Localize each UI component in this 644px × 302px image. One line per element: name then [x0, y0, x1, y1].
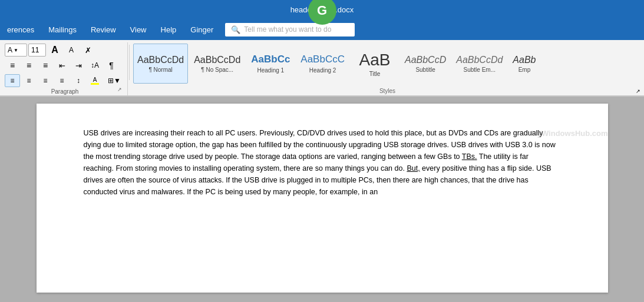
style-no-space-name: ¶ No Spac... [201, 67, 233, 73]
paragraph-expand-btn[interactable]: ↗ [115, 87, 124, 95]
search-box[interactable]: 🔍 Tell me what you want to do [225, 23, 355, 36]
align-center-btn[interactable]: ≡ [21, 74, 37, 87]
style-subtle-em[interactable]: AaBbCcDd Subtle Em... [452, 44, 507, 84]
clear-format-btn[interactable]: ✗ [80, 44, 95, 57]
grow-font-btn[interactable]: A [47, 44, 62, 57]
shrink-font-btn[interactable]: A [64, 44, 79, 57]
multilevel-btn[interactable]: ≡ [38, 59, 53, 72]
document-page: USB drives are increasing their reach to… [37, 104, 608, 293]
font-size-value: A [8, 46, 12, 54]
style-heading1-sample: AaBbCc [251, 54, 290, 65]
shading-btn[interactable]: A [87, 74, 103, 87]
menu-item-review[interactable]: Review [84, 22, 123, 38]
styles-row: AaBbCcDd ¶ Normal AaBbCcDd ¶ No Spac... … [133, 44, 642, 88]
style-normal-name: ¶ Normal [148, 67, 172, 73]
menu-item-mailings[interactable]: Mailings [41, 22, 84, 38]
font-size-dropdown[interactable]: A ▼ [5, 44, 27, 57]
style-title-sample: AaB [359, 50, 390, 70]
style-title[interactable]: AaB Title [351, 44, 399, 84]
font-section: A ▼ 11 A A ✗ ≡ ≡ ≡ ⇤ ⇥ ↕A ¶ [2, 42, 128, 95]
style-subtle-em-sample: AaBbCcDd [456, 54, 503, 65]
style-subtitle-name: Subtitle [415, 67, 435, 73]
styles-expand-btn[interactable]: ↗ [636, 88, 640, 94]
style-normal-sample: AaBbCcDd [137, 54, 184, 65]
font-size-row: A ▼ 11 A A ✗ [5, 44, 125, 57]
styles-section: AaBbCcDd ¶ Normal AaBbCcDd ¶ No Spac... … [131, 42, 644, 95]
search-placeholder: Tell me what you want to do [244, 25, 331, 34]
bullets-btn[interactable]: ≡ [5, 59, 20, 72]
menu-item-help[interactable]: Help [154, 22, 184, 38]
style-no-space[interactable]: AaBbCcDd ¶ No Spac... [190, 44, 245, 84]
align-right-btn[interactable]: ≡ [38, 74, 53, 87]
style-emp-sample: AaBb [513, 54, 536, 65]
style-heading2-name: Heading 2 [309, 67, 336, 74]
style-no-space-sample: AaBbCcDd [194, 54, 240, 65]
but-underline: But, [407, 164, 420, 172]
decrease-indent-btn[interactable]: ⇤ [54, 59, 70, 72]
text-format-row: ≡ ≡ ≡ ⇤ ⇥ ↕A ¶ [5, 59, 125, 72]
style-normal[interactable]: AaBbCcDd ¶ Normal [133, 44, 188, 84]
font-section-content: A ▼ 11 A A ✗ ≡ ≡ ≡ ⇤ ⇥ ↕A ¶ [5, 44, 125, 88]
style-subtitle[interactable]: AaBbCcD Subtitle [401, 44, 450, 84]
align-left-btn[interactable]: ≡ [5, 74, 20, 87]
style-heading1-name: Heading 1 [257, 67, 285, 74]
justify-btn[interactable]: ≡ [54, 74, 70, 87]
align-row: ≡ ≡ ≡ ≡ ↕ A ⊞▼ [5, 74, 125, 87]
watermark: MyWindowsHub.com [531, 128, 608, 138]
line-spacing-btn[interactable]: ↕ [71, 74, 86, 87]
tbs-underline: TBs. [462, 152, 477, 161]
border-btn[interactable]: ⊞▼ [104, 74, 125, 87]
paragraph-label: Paragraph ↗ [5, 88, 125, 96]
ribbon-main: A ▼ 11 A A ✗ ≡ ≡ ≡ ⇤ ⇥ ↕A ¶ [0, 40, 644, 95]
menu-item-references[interactable]: erences [0, 22, 41, 38]
style-heading2[interactable]: AaBbCcC Heading 2 [296, 44, 349, 84]
sort-btn[interactable]: ↕A [87, 59, 103, 72]
ribbon-divider-1 [129, 45, 130, 80]
style-subtitle-sample: AaBbCcD [405, 54, 446, 65]
ribbon: A ▼ 11 A A ✗ ≡ ≡ ≡ ⇤ ⇥ ↕A ¶ [0, 40, 644, 97]
document-body[interactable]: USB drives are increasing their reach to… [84, 127, 561, 198]
title-bar: G header footer.docx [0, 0, 644, 19]
style-heading2-sample: AaBbCcC [300, 54, 345, 65]
document-area: USB drives are increasing their reach to… [0, 97, 644, 300]
menu-item-view[interactable]: View [123, 22, 154, 38]
style-emp[interactable]: AaBb Emp [508, 44, 540, 84]
font-size-num[interactable]: 11 [28, 44, 46, 57]
style-emp-name: Emp [518, 67, 531, 73]
numbering-btn[interactable]: ≡ [21, 59, 37, 72]
menu-item-ginger[interactable]: Ginger [183, 22, 220, 38]
show-para-btn[interactable]: ¶ [104, 59, 119, 72]
styles-label: Styles [379, 88, 395, 94]
style-title-name: Title [369, 71, 381, 77]
font-size-caret: ▼ [14, 48, 18, 53]
search-icon: 🔍 [231, 25, 240, 34]
style-subtle-em-name: Subtle Em... [464, 67, 496, 73]
increase-indent-btn[interactable]: ⇥ [71, 59, 86, 72]
style-heading1[interactable]: AaBbCc Heading 1 [246, 44, 295, 84]
